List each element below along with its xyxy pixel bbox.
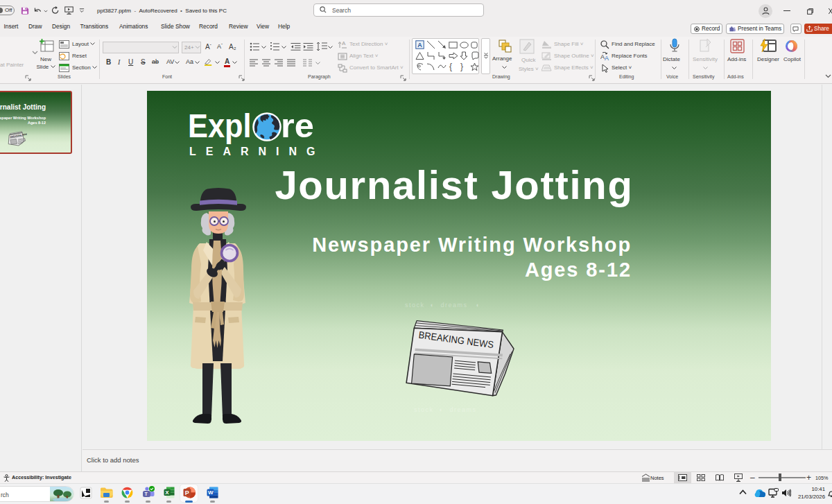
- svg-text:A: A: [417, 42, 422, 49]
- svg-text:A: A: [605, 55, 609, 61]
- svg-text:P: P: [185, 489, 189, 496]
- svg-text:W: W: [208, 489, 214, 496]
- svg-text:A: A: [342, 40, 346, 46]
- svg-text:T: T: [145, 492, 148, 496]
- svg-text:X: X: [165, 489, 169, 496]
